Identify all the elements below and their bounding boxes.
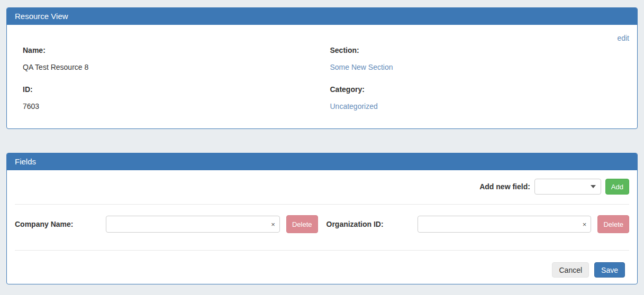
id-value: 7603 [23,101,314,112]
id-label: ID: [23,84,314,95]
add-new-field-row: Add new field: Add [15,179,629,195]
organization-id-field: Organization ID: × Delete [326,215,630,233]
clear-x-icon[interactable]: × [583,221,587,228]
company-name-delete-button[interactable]: Delete [286,215,318,233]
fields-panel: Fields Add new field: Add Company Name: [6,153,638,284]
organization-id-label: Organization ID: [326,220,411,228]
cancel-button[interactable]: Cancel [552,262,589,278]
clear-x-icon[interactable]: × [271,221,275,228]
add-button[interactable]: Add [605,179,629,195]
divider-bottom [15,250,629,251]
company-name-label: Company Name: [15,220,99,228]
organization-id-input-wrap: × [418,216,592,233]
custom-fields-row: Company Name: × Delete Organization ID: … [15,215,629,233]
name-label: Name: [23,45,314,56]
resource-view-panel-header: Resource View [7,8,637,25]
save-button[interactable]: Save [594,262,625,278]
category-group: Category: Uncategorized [330,84,622,112]
resource-view-right-column: Section: Some New Section Category: Unca… [322,45,630,112]
category-label: Category: [330,84,622,95]
section-link[interactable]: Some New Section [330,63,393,71]
category-link[interactable]: Uncategorized [330,102,378,110]
section-label: Section: [330,45,622,56]
resource-view-panel: Resource View edit Name: QA Test Resourc… [6,7,638,129]
edit-row: edit [15,33,629,43]
company-name-input-wrap: × [106,216,280,233]
company-name-field: Company Name: × Delete [15,215,318,233]
name-value: QA Test Resource 8 [23,62,314,72]
resource-view-left-column: Name: QA Test Resource 8 ID: 7603 [15,45,322,112]
id-group: ID: 7603 [23,84,314,112]
divider-top [15,204,629,205]
name-group: Name: QA Test Resource 8 [23,45,314,72]
add-new-field-select-wrap [534,179,601,195]
section-group: Section: Some New Section [330,45,622,72]
fields-title: Fields [15,157,36,166]
add-new-field-label: Add new field: [479,182,530,191]
resource-view-grid: Name: QA Test Resource 8 ID: 7603 Sectio… [15,45,629,112]
page: Resource View edit Name: QA Test Resourc… [0,0,644,292]
organization-id-input[interactable] [418,216,592,233]
resource-view-body: edit Name: QA Test Resource 8 ID: 7603 S… [7,25,637,128]
company-name-input[interactable] [106,216,280,233]
actions-row: Cancel Save [15,262,625,278]
organization-id-delete-button[interactable]: Delete [597,215,629,233]
edit-link[interactable]: edit [617,34,629,42]
fields-panel-body: Add new field: Add Company Name: × [7,170,637,284]
fields-panel-header: Fields [7,153,637,170]
add-new-field-select[interactable] [534,179,601,195]
resource-view-title: Resource View [15,12,68,21]
